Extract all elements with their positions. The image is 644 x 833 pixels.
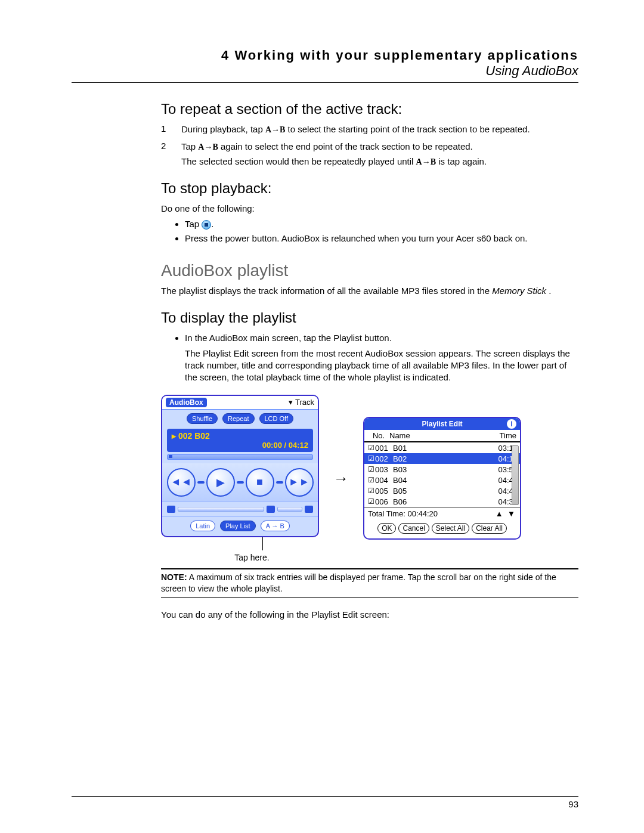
checkbox-icon[interactable]: ☑ [367, 465, 375, 473]
scrollbar[interactable] [512, 445, 519, 505]
bullet-text: Tap [185, 219, 202, 229]
row-no: 003 [375, 465, 393, 474]
chapter-title: 4 Working with your supplementary applic… [72, 48, 578, 63]
volume-slider[interactable] [178, 507, 264, 512]
eq-icon [305, 506, 313, 513]
row-no: 006 [375, 497, 393, 506]
chevron-down-icon: ▾ [289, 398, 293, 407]
now-playing-title: 002 B02 [178, 431, 210, 441]
section-playlist-heading: AudioBox playlist [161, 261, 578, 280]
play-button[interactable]: ▶ [206, 468, 235, 497]
row-no: 002 [375, 454, 393, 463]
volume-icon [167, 506, 175, 513]
step-text: Tap [181, 141, 198, 151]
ab-glyph: A→B [265, 125, 285, 134]
step-number: 2 [161, 141, 169, 151]
audiobox-logo: AudioBox [166, 398, 207, 407]
clear-all-button[interactable]: Clear All [472, 523, 507, 534]
step-number: 1 [161, 123, 169, 134]
row-name: B06 [393, 497, 490, 506]
playlist-button[interactable]: Play List [220, 521, 256, 531]
step-text: is tap again. [438, 156, 487, 166]
bullet-text: In the AudioBox main screen, tap the Pla… [185, 332, 578, 344]
col-header-time: Time [489, 431, 516, 440]
page-number: 93 [568, 799, 578, 809]
shuffle-button[interactable]: Shuffle [187, 413, 218, 424]
row-no: 001 [375, 444, 393, 453]
playlist-row[interactable]: ☑003B0303:57 [364, 464, 520, 475]
balance-icon [267, 506, 275, 513]
repeat-button[interactable]: Repeat [222, 413, 254, 424]
playlist-edit-panel: Playlist Edit i No. Name Time ☑001B0103:… [363, 417, 521, 540]
playlist-row[interactable]: ☑004B0404:48 [364, 475, 520, 485]
playlist-row[interactable]: ☑005B0504:44 [364, 485, 520, 496]
row-name: B02 [393, 454, 490, 463]
section-display-playlist: To display the playlist [161, 309, 578, 326]
chapter-subtitle: Using AudioBox [72, 63, 578, 79]
balance-slider[interactable] [277, 507, 302, 512]
track-dropdown[interactable]: ▾ Track [289, 398, 314, 407]
body-text: . [549, 286, 551, 296]
info-icon[interactable]: i [507, 419, 516, 429]
note-text: A maximum of six track entries will be d… [161, 572, 556, 593]
row-name: B05 [393, 487, 490, 496]
body-text: The Playlist Edit screen from the most r… [185, 348, 578, 384]
step-text: to select the starting point of the trac… [288, 124, 530, 134]
ab-glyph: A→B [198, 143, 218, 151]
stop-button[interactable]: ■ [246, 468, 274, 497]
time-display: 00:00 / 04:12 [172, 441, 308, 450]
row-name: B03 [393, 465, 490, 474]
body-text-italic: Memory Stick [492, 286, 546, 296]
control-link [197, 481, 205, 484]
row-name: B04 [393, 476, 490, 485]
step-text: During playback, tap [181, 124, 265, 134]
checkbox-icon[interactable]: ☑ [367, 487, 375, 495]
body-text: The playlist displays the track informat… [161, 286, 492, 296]
lcdoff-button[interactable]: LCD Off [259, 413, 294, 424]
select-all-button[interactable]: Select All [432, 523, 469, 534]
playlist-row[interactable]: ☑002B0204:12 [364, 453, 520, 464]
ab-glyph: A→B [416, 157, 436, 166]
arrow-right-icon: → [333, 469, 349, 488]
prev-button[interactable]: ◄◄ [167, 468, 196, 497]
total-time-label: Total Time: 00:44:20 [368, 509, 438, 518]
track-dropdown-label: Track [295, 398, 314, 407]
now-playing-panel: ▸ 002 B02 00:00 / 04:12 [167, 429, 313, 452]
note-rule-bottom [161, 597, 578, 598]
col-header-no: No. [368, 431, 389, 440]
bullet-text: Press the power button. AudioBox is rela… [185, 233, 578, 244]
eq-preset-button[interactable]: Latin [190, 521, 215, 531]
control-link [276, 481, 283, 484]
callout-line [262, 537, 263, 550]
ok-button[interactable]: OK [377, 523, 396, 534]
playlist-title: Playlist Edit [422, 420, 462, 428]
audiobox-player: AudioBox ▾ Track Shuffle Repeat LCD Off … [161, 395, 319, 537]
body-text: You can do any of the following in the P… [161, 609, 578, 621]
step-text: again to select the end point of the tra… [221, 141, 473, 151]
stop-icon [202, 220, 211, 230]
step-text: The selected section would then be repea… [181, 156, 416, 166]
section-stop: To stop playback: [161, 180, 578, 197]
section-repeat: To repeat a section of the active track: [161, 101, 578, 117]
control-link [237, 481, 244, 484]
row-name: B01 [393, 444, 490, 453]
cancel-button[interactable]: Cancel [398, 523, 429, 534]
checkbox-icon[interactable]: ☑ [367, 497, 375, 506]
period: . [211, 219, 213, 229]
progress-bar[interactable] [167, 454, 313, 460]
checkbox-icon[interactable]: ☑ [367, 444, 375, 452]
note-label: NOTE: [161, 572, 187, 582]
note-rule-top [161, 568, 578, 569]
checkbox-icon[interactable]: ☑ [367, 454, 375, 463]
playlist-row[interactable]: ☑006B0604:31 [364, 496, 520, 507]
callout-label: Tap here. [185, 553, 319, 562]
playlist-row[interactable]: ☑001B0103:15 [364, 442, 520, 453]
stop-intro: Do one of the following: [161, 203, 578, 215]
ab-repeat-button[interactable]: A → B [261, 521, 290, 531]
row-no: 004 [375, 476, 393, 485]
next-button[interactable]: ►► [285, 468, 314, 497]
page-arrows[interactable]: ▲ ▼ [496, 509, 516, 518]
checkbox-icon[interactable]: ☑ [367, 476, 375, 484]
header-rule [72, 82, 578, 83]
row-no: 005 [375, 487, 393, 496]
